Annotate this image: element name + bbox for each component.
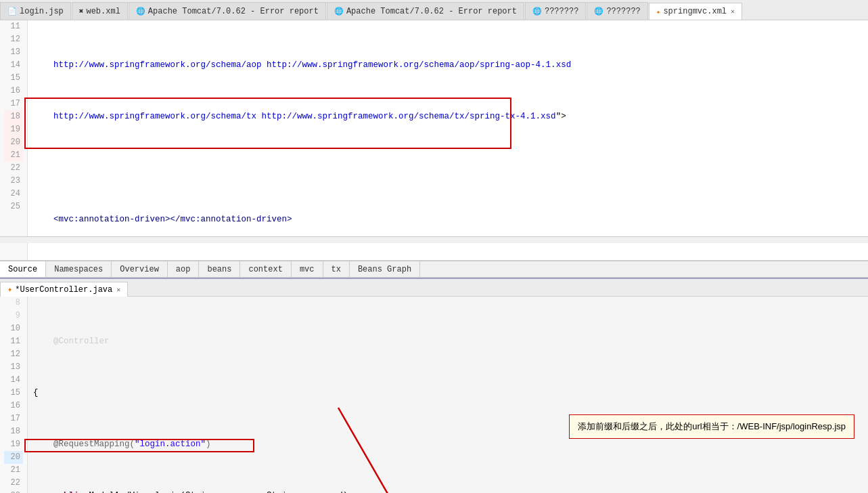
xml-line-12: http://www.springframework.org/schema/tx… [33, 110, 863, 123]
xml-tab-aop[interactable]: aop [168, 261, 200, 277]
java-file-icon: ✦ [7, 284, 12, 295]
top-tab-bar: 📄 login.jsp ✖ web.xml 🌐 Apache Tomcat/7.… [0, 0, 868, 20]
tab-springmvc-xml[interactable]: ✦ springmvc.xml ✕ [649, 3, 742, 20]
web-icon2: 🌐 [334, 7, 344, 16]
tab-tomcat-err2[interactable]: 🌐 Apache Tomcat/7.0.62 - Error report [327, 2, 524, 20]
web-icon3: 🌐 [532, 7, 542, 16]
java-line-10: @RequestMapping("login.action") [33, 438, 863, 451]
java-tab-close[interactable]: ✕ [116, 286, 120, 294]
java-code-content[interactable]: @Controller { @RequestMapping("login.act… [28, 297, 868, 493]
java-line-numbers: 8 9 10 11 12 13 14 15 16 17 18 19 20 21 … [0, 297, 28, 493]
xml-scrollbar-h[interactable] [0, 236, 868, 243]
xml-tab-namespaces[interactable]: Namespaces [46, 261, 112, 277]
xml-line-13 [33, 162, 863, 175]
xml-tab-overview[interactable]: Overview [112, 261, 168, 277]
java-editor-tab[interactable]: ✦ *UserController.java ✕ [0, 282, 128, 297]
annotation-box: 添加前缀和后缀之后，此处的url相当于：/WEB-INF/jsp/loginRe… [569, 414, 854, 439]
web-icon1: 🌐 [136, 7, 145, 16]
xml-icon: ✖ [79, 7, 84, 16]
java-code-container: 8 9 10 11 12 13 14 15 16 17 18 19 20 21 … [0, 297, 868, 493]
close-tab-btn[interactable]: ✕ [731, 7, 735, 16]
tab-web-xml[interactable]: ✖ web.xml [72, 2, 128, 20]
xml-tab-beans-graph[interactable]: Beans Graph [350, 261, 420, 277]
java-editor-header: ✦ *UserController.java ✕ [0, 279, 868, 297]
xml-line-14: <mvc:annotation-driven></mvc:annotation-… [33, 213, 863, 226]
jsp-icon: 📄 [7, 7, 17, 16]
java-editor-section: ✦ *UserController.java ✕ 8 9 10 11 12 13… [0, 278, 868, 493]
xml-tab-mvc[interactable]: mvc [292, 261, 323, 277]
tab-unknown1[interactable]: 🌐 ??????? [525, 2, 586, 20]
xml-code-container: 11 12 13 14 15 16 17 18 19 20 21 22 23 2… [0, 20, 868, 260]
xml-bottom-tabs: Source Namespaces Overview aop beans con… [0, 261, 868, 278]
xml-line-numbers: 11 12 13 14 15 16 17 18 19 20 21 22 23 2… [0, 20, 28, 260]
xml-icon-active: ✦ [656, 7, 661, 16]
xml-tab-tx[interactable]: tx [323, 261, 350, 277]
main-layout: 11 12 13 14 15 16 17 18 19 20 21 22 23 2… [0, 20, 868, 493]
tab-unknown2[interactable]: 🌐 ??????? [587, 2, 647, 20]
xml-tab-context[interactable]: context [240, 261, 291, 277]
tab-login-jsp[interactable]: 📄 login.jsp [0, 2, 71, 20]
java-line-9: { [33, 387, 863, 400]
tab-tomcat-err1[interactable]: 🌐 Apache Tomcat/7.0.62 - Error report [129, 2, 326, 20]
java-line-8: @Controller [33, 335, 863, 348]
xml-code-content[interactable]: http://www.springframework.org/schema/ao… [28, 20, 868, 260]
xml-tab-beans[interactable]: beans [199, 261, 240, 277]
xml-line-11: http://www.springframework.org/schema/ao… [33, 59, 863, 72]
web-icon4: 🌐 [594, 7, 603, 16]
xml-editor-area: 11 12 13 14 15 16 17 18 19 20 21 22 23 2… [0, 20, 868, 261]
xml-tab-source[interactable]: Source [0, 261, 46, 277]
java-line-11: public ModelAndView login(String usernam… [33, 490, 863, 493]
